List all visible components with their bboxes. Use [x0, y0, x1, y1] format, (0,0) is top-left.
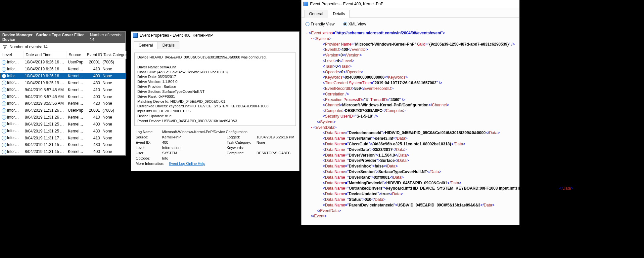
cell-level: iInformation	[0, 66, 23, 73]
cell-eventid: 400	[85, 121, 101, 128]
cell-datetime: 8/04/2019 11:31:26 AM	[23, 107, 67, 114]
filter-bar[interactable]: Number of events: 14	[0, 43, 125, 51]
info-icon: i	[2, 129, 6, 133]
info-icon: i	[2, 122, 6, 127]
radio-friendly-view[interactable]: Friendly View	[305, 22, 335, 26]
cell-eventid: 400	[85, 93, 101, 100]
cell-eventid: 410	[85, 134, 101, 141]
radio-xml-view[interactable]: XML View	[343, 22, 366, 26]
link-event-log-online-help[interactable]: Event Log Online Help	[169, 161, 233, 166]
table-row[interactable]: iInformation10/04/2019 6:25:19 PMKernel-…	[0, 79, 126, 86]
table-row[interactable]: iInformation9/04/2019 8:57:46 AMKernel-.…	[0, 93, 126, 100]
info-icon: i	[2, 101, 6, 106]
window-title: Event Properties - Event 400, Kernel-PnP	[310, 2, 383, 6]
tab-general[interactable]: General	[304, 10, 328, 18]
cell-taskcat: None	[101, 148, 126, 155]
table-row[interactable]: iInformation10/04/2019 6:26:16 PMUserPnp…	[0, 59, 126, 66]
label-eventid: Event ID:	[136, 140, 162, 145]
cell-datetime: 8/04/2019 11:31:15 AM	[23, 141, 67, 148]
cell-level-text: Information	[7, 142, 23, 147]
cell-source: Kernel-...	[67, 73, 85, 80]
cell-level: iInformation	[0, 107, 23, 114]
app-icon	[133, 33, 138, 38]
value-user: SYSTEM	[162, 150, 227, 156]
table-row[interactable]: iInformation10/04/2019 6:26:16 PMKernel-…	[0, 73, 126, 80]
cell-datetime: 8/04/2019 11:31:25 AM	[23, 128, 67, 134]
general-tab-body: Device HID\VID_045E&PID_09C0&Col01\6&301…	[131, 49, 299, 171]
info-icon: i	[2, 81, 6, 85]
event-description[interactable]: Device HID\VID_045E&PID_09C0&Col01\6&301…	[134, 53, 296, 126]
cell-eventid: 430	[85, 141, 101, 148]
cell-eventid: 410	[85, 66, 101, 73]
table-row[interactable]: iInformation8/04/2019 11:31:26 AMUserPnp…	[0, 107, 126, 114]
cell-eventid: 420	[85, 100, 101, 107]
col-eventid[interactable]: Event ID	[85, 51, 101, 59]
info-icon: i	[2, 108, 6, 113]
col-level[interactable]: Level	[0, 51, 23, 59]
value-source: Kernel-PnP	[162, 134, 227, 140]
table-row[interactable]: iInformation8/04/2019 11:31:15 AMKernel-…	[0, 148, 126, 155]
app-icon	[303, 2, 308, 6]
panel-titlebar: Device Manager - Surface Type Cover Filt…	[0, 32, 125, 43]
window-titlebar[interactable]: Event Properties - Event 400, Kernel-PnP	[301, 0, 519, 8]
cell-datetime: 10/04/2019 6:26:16 PM	[23, 66, 67, 73]
window-titlebar[interactable]: Event Properties - Event 400, Kernel-PnP	[131, 32, 299, 40]
cell-level-text: Information	[7, 101, 23, 106]
cell-taskcat: None	[101, 128, 126, 134]
col-source[interactable]: Source	[67, 51, 85, 59]
table-row[interactable]: iInformation8/04/2019 11:31:26 AMKernel-…	[0, 114, 126, 121]
info-icon: i	[2, 115, 6, 120]
label-moreinfo: More Information:	[136, 161, 169, 166]
tab-details[interactable]: Details	[158, 41, 180, 49]
cell-eventid: 20001	[85, 59, 101, 66]
cell-source: Kernel-...	[67, 121, 85, 128]
tab-details[interactable]: Details	[328, 10, 350, 18]
table-row[interactable]: iInformation9/04/2019 8:57:48 AMKernel-.…	[0, 86, 126, 93]
value-taskcat: None	[256, 140, 265, 145]
value-opcode: Info	[162, 156, 227, 161]
table-row[interactable]: iInformation8/04/2019 11:31:25 AMKernel-…	[0, 128, 126, 134]
table-row[interactable]: iInformation8/04/2019 11:31:17 AMKernel-…	[0, 134, 126, 141]
cell-taskcat: None	[101, 100, 126, 107]
table-row[interactable]: iInformation9/04/2019 8:55:56 AMKernel-.…	[0, 100, 126, 107]
label-taskcat: Task Category:	[227, 140, 256, 145]
cell-eventid: 430	[85, 79, 101, 86]
cell-eventid: 20001	[85, 107, 101, 114]
xml-tree[interactable]: -<Event xmlns="http://schemas.microsoft.…	[305, 30, 516, 222]
col-taskcat[interactable]: Task Category	[101, 51, 126, 59]
cell-taskcat: None	[101, 93, 126, 100]
cell-taskcat: (7005)	[101, 59, 126, 66]
info-icon: i	[2, 67, 6, 72]
cell-source: Kernel-...	[67, 148, 85, 155]
cell-level-text: Information	[7, 74, 23, 78]
cell-taskcat: None	[101, 121, 126, 128]
cell-taskcat: None	[101, 134, 126, 141]
label-computer: Computer:	[227, 150, 256, 156]
table-row[interactable]: iInformation8/04/2019 11:31:25 AMKernel-…	[0, 121, 126, 128]
value-level: Information	[162, 145, 227, 150]
cell-eventid: 430	[85, 128, 101, 134]
cell-taskcat: None	[101, 66, 126, 73]
cell-taskcat: None	[101, 86, 126, 93]
cell-level: iInformation	[0, 141, 23, 148]
cell-source: Kernel-...	[67, 86, 85, 93]
cell-level-text: Information	[7, 135, 23, 140]
value-logged: 10/04/2019 6:26:16 PM	[256, 134, 294, 140]
table-row[interactable]: iInformation10/04/2019 6:26:16 PMKernel-…	[0, 66, 126, 73]
cell-source: UserPnp	[67, 107, 85, 114]
cell-level-text: Information	[7, 94, 23, 99]
tab-general[interactable]: General	[134, 41, 158, 49]
cell-datetime: 9/04/2019 8:57:46 AM	[23, 93, 67, 100]
cell-level-text: Information	[7, 115, 23, 120]
value-logname: Microsoft-Windows-Kernel-PnP/Device Conf…	[162, 129, 248, 134]
cell-source: Kernel-...	[67, 114, 85, 121]
view-mode-radios: Friendly View XML View	[305, 20, 516, 30]
tab-strip: General Details	[301, 8, 519, 18]
col-datetime[interactable]: Date and Time	[23, 51, 67, 59]
cell-level-text: Information	[7, 87, 23, 92]
cell-datetime: 10/04/2019 6:25:19 PM	[23, 79, 67, 86]
table-row[interactable]: iInformation8/04/2019 11:31:15 AMKernel-…	[0, 141, 126, 148]
cell-level-text: Information	[7, 60, 23, 64]
cell-level: iInformation	[0, 79, 23, 86]
cell-datetime: 10/04/2019 6:26:16 PM	[23, 59, 67, 66]
